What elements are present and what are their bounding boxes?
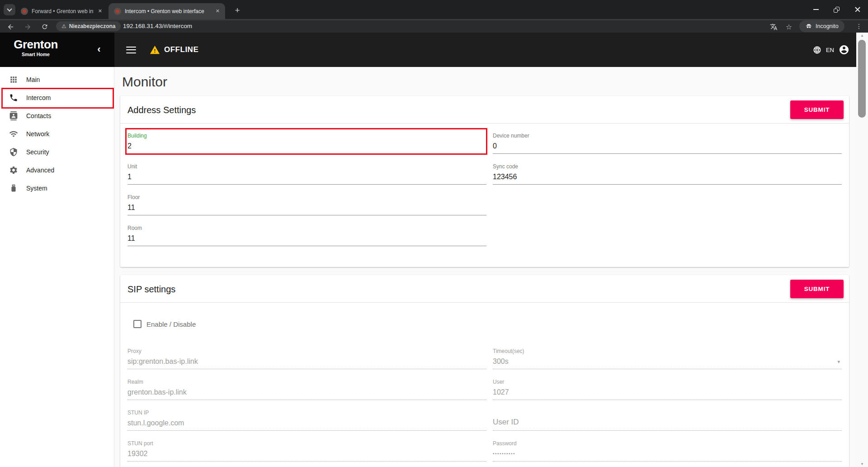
proxy-field[interactable]: Proxy sip:grenton.bas-ip.link xyxy=(127,348,486,369)
realm-field[interactable]: Realm grenton.bas-ip.link xyxy=(127,378,486,400)
dropdown-caret-icon[interactable]: ▾ xyxy=(837,359,840,365)
chevron-down-icon xyxy=(7,6,12,11)
sidebar-collapse-button[interactable]: ‹ xyxy=(92,43,106,56)
sidebar-item-label: Main xyxy=(26,76,40,83)
window-restore-button[interactable] xyxy=(826,2,846,17)
offline-status: OFFLINE xyxy=(150,45,198,55)
translate-icon xyxy=(770,23,778,31)
timeout-select-field[interactable]: Timeout(sec) 300s ▾ xyxy=(493,348,842,369)
unit-field[interactable]: Unit 1 xyxy=(127,163,486,185)
scrollbar-up-arrow[interactable]: ▲ xyxy=(856,33,868,38)
grenton-logo: Grenton Smart Home xyxy=(9,38,62,57)
warning-icon: ⚠ xyxy=(61,24,66,29)
bookmark-button[interactable]: ☆ xyxy=(783,22,795,32)
room-value: 11 xyxy=(127,234,135,243)
floor-value: 11 xyxy=(127,204,135,212)
sip-settings-card: SIP settings SUBMIT Enable / Disable Pro… xyxy=(120,275,849,467)
user-label: User xyxy=(493,378,842,385)
enable-disable-checkbox[interactable] xyxy=(133,320,142,328)
password-label: Password xyxy=(493,440,842,447)
user-id-field[interactable]: User ID xyxy=(493,409,842,431)
close-icon xyxy=(854,6,861,13)
unit-value: 1 xyxy=(127,173,132,181)
globe-icon[interactable] xyxy=(813,46,821,54)
sidebar-item-network[interactable]: Network xyxy=(0,125,114,143)
enable-disable-label: Enable / Disable xyxy=(146,320,196,328)
translate-button[interactable] xyxy=(768,22,779,32)
grenton-favicon-icon xyxy=(114,8,121,15)
window-close-button[interactable] xyxy=(848,2,868,17)
shield-icon xyxy=(9,148,18,157)
grenton-favicon-icon xyxy=(21,8,28,15)
sidebar-item-security[interactable]: Security xyxy=(0,143,114,161)
reload-button[interactable] xyxy=(39,22,51,32)
security-chip[interactable]: ⚠ Niezabezpieczona xyxy=(56,21,121,31)
room-field[interactable]: Room 11 xyxy=(127,224,486,246)
scrollbar-down-arrow[interactable]: ▼ xyxy=(856,462,868,466)
sidebar-item-advanced[interactable]: Advanced xyxy=(0,161,114,179)
device-number-label: Device number xyxy=(493,132,842,139)
building-field[interactable]: Building 2 xyxy=(127,132,486,154)
browser-tab-intercom[interactable]: Intercom • Grenton web interface ✕ xyxy=(108,3,225,19)
floor-label: Floor xyxy=(127,194,486,200)
sidebar-item-label: Intercom xyxy=(26,94,51,101)
hamburger-menu-button[interactable] xyxy=(126,44,136,55)
sidebar-item-main[interactable]: Main xyxy=(0,71,114,89)
sidebar-item-system[interactable]: System xyxy=(0,179,114,197)
realm-value: grenton.bas-ip.link xyxy=(127,388,187,396)
phone-icon xyxy=(9,93,18,102)
language-selector[interactable]: EN xyxy=(826,47,834,53)
main-content: Monitor Address Settings SUBMIT Building… xyxy=(114,67,856,467)
building-label: Building xyxy=(127,132,486,139)
address-submit-button[interactable]: SUBMIT xyxy=(790,100,844,119)
stun-port-label: STUN port xyxy=(127,440,486,447)
reload-icon xyxy=(41,23,48,30)
tab-search-button[interactable] xyxy=(4,4,15,15)
arrow-forward-icon xyxy=(24,23,32,31)
tab-close-icon[interactable]: ✕ xyxy=(215,7,221,15)
sidebar-item-contacts[interactable]: Contacts xyxy=(0,107,114,125)
proxy-value: sip:grenton.bas-ip.link xyxy=(127,357,198,366)
tab-close-icon[interactable]: ✕ xyxy=(97,7,103,15)
tab-title: Intercom • Grenton web interface xyxy=(125,8,211,14)
divider xyxy=(120,123,849,124)
section-title: Address Settings xyxy=(127,105,196,115)
minimize-icon xyxy=(813,9,819,10)
forward-button[interactable] xyxy=(22,22,33,32)
timeout-label: Timeout(sec) xyxy=(493,348,842,354)
stun-ip-field[interactable]: STUN IP stun.l.google.com xyxy=(127,409,486,431)
sip-submit-button[interactable]: SUBMIT xyxy=(790,280,844,298)
account-icon[interactable] xyxy=(839,44,849,55)
floor-field[interactable]: Floor 11 xyxy=(127,194,486,215)
back-button[interactable] xyxy=(5,22,16,32)
page-title: Monitor xyxy=(122,74,167,90)
password-field[interactable]: Password •••••••••• xyxy=(493,440,842,462)
sync-code-field[interactable]: Sync code 123456 xyxy=(493,163,842,185)
address-settings-card: Address Settings SUBMIT Building 2 Unit … xyxy=(120,96,849,267)
sidebar-item-intercom[interactable]: Intercom xyxy=(0,89,114,107)
page-scrollbar[interactable]: ▲ ▼ xyxy=(856,33,868,467)
browser-menu-button[interactable]: ⋮ xyxy=(854,21,863,31)
sip-enable-row: Enable / Disable xyxy=(133,320,196,328)
arrow-back-icon xyxy=(7,23,14,31)
app-header: OFFLINE EN xyxy=(114,33,856,67)
stun-port-field[interactable]: STUN port 19302 xyxy=(127,440,486,462)
sidebar-item-label: Security xyxy=(26,148,49,156)
sidebar-item-label: Network xyxy=(26,130,49,138)
star-icon: ☆ xyxy=(786,23,792,31)
user-id-placeholder: User ID xyxy=(493,418,519,427)
new-tab-button[interactable]: + xyxy=(231,5,243,16)
scrollbar-thumb[interactable] xyxy=(858,40,866,118)
browser-tab-forward[interactable]: Forward • Grenton web interface ✕ xyxy=(15,3,108,19)
incognito-icon xyxy=(805,23,812,30)
window-minimize-button[interactable] xyxy=(806,2,826,17)
grid-icon xyxy=(9,75,18,84)
restore-icon xyxy=(834,7,840,13)
user-field[interactable]: User 1027 xyxy=(493,378,842,400)
address-bar[interactable]: 192.168.31.43/#/intercom xyxy=(123,23,192,29)
device-number-field[interactable]: Device number 0 xyxy=(493,132,842,154)
room-label: Room xyxy=(127,224,486,231)
sidebar-logo-block: Grenton Smart Home ‹ xyxy=(0,33,114,67)
user-value: 1027 xyxy=(493,388,509,396)
sidebar-item-label: Contacts xyxy=(26,112,51,119)
